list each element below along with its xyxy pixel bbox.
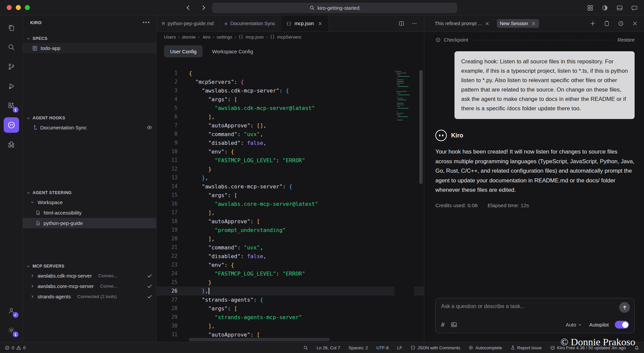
settings-gear-icon[interactable]: 1 [4, 322, 19, 338]
code-line-30[interactable]: 30 ], [157, 321, 424, 330]
section-specs[interactable]: SPECS [23, 34, 156, 43]
clipboard-icon[interactable] [602, 19, 611, 28]
attach-image-icon[interactable] [451, 321, 457, 328]
minimize-window-button[interactable] [16, 5, 21, 10]
mcp-server-item[interactable]: awslabs.cdk-mcp-serverConnec... [23, 271, 156, 281]
extensions-icon[interactable]: 1 [4, 98, 19, 113]
editor-more-icon[interactable] [411, 20, 418, 27]
code-line-9[interactable]: 9 "disabled": false, [157, 138, 424, 147]
breadcrumb-item[interactable]: settings [217, 35, 232, 40]
encoding[interactable]: UTF-8 [376, 345, 389, 350]
run-debug-icon[interactable] [4, 78, 19, 94]
cursor-position[interactable]: Ln 26, Col 7 [317, 345, 340, 350]
code-line-20[interactable]: 20 ], [157, 234, 424, 243]
editor-tab-Documentation Sync[interactable]: ≡Documentation Sync [219, 15, 281, 32]
breadcrumb-item[interactable]: .kiro [202, 35, 211, 40]
breadcrumb-item[interactable]: donnie [182, 35, 196, 40]
code-line-11[interactable]: 11 "FASTMCP_LOG_LEVEL": "ERROR" [157, 156, 424, 165]
code-line-12[interactable]: 12 } [157, 165, 424, 173]
restore-button[interactable]: Restore [618, 37, 635, 43]
workspace-search-bar[interactable]: kiro-getting-started [212, 3, 457, 13]
section-agent-steering[interactable]: AGENT STEERING [23, 188, 156, 197]
eol[interactable]: LF [397, 345, 402, 350]
chat-bubble-icon[interactable] [630, 3, 639, 12]
code-editor[interactable]: 1{2 "mcpServers": {3 "awslabs.cdk-mcp-se… [157, 61, 424, 342]
send-button[interactable] [619, 302, 630, 313]
code-line-3[interactable]: 3 "awslabs.cdk-mcp-server": { [157, 86, 424, 95]
close-window-button[interactable] [7, 5, 12, 10]
close-chat-tab-icon[interactable] [485, 21, 490, 26]
history-icon[interactable] [616, 19, 625, 28]
code-line-13[interactable]: 13 }, [157, 173, 424, 182]
code-line-7[interactable]: 7 "autoApprove": [], [157, 121, 424, 130]
autocomplete-status[interactable]: Autocomplete [469, 345, 502, 350]
section-agent-hooks[interactable]: AGENT HOOKS [23, 114, 156, 122]
close-tab-icon[interactable] [318, 21, 323, 26]
close-chat-panel-icon[interactable] [631, 19, 639, 28]
code-line-27[interactable]: 27 "strands-agents": { [157, 295, 424, 304]
maximize-window-button[interactable] [25, 5, 30, 10]
code-line-19[interactable]: 19 "prompt_understanding" [157, 226, 424, 234]
context-hash-icon[interactable]: # [441, 321, 445, 329]
steering-item[interactable]: html-accessibility [23, 208, 156, 218]
horizontal-scrollbar[interactable] [189, 338, 390, 341]
editor-tab-python-pep-guide.md[interactable]: Mpython-pep-guide.md [157, 15, 219, 32]
mcp-server-item[interactable]: awslabs.core-mcp-serverConne... [23, 281, 156, 291]
toggle-panel-icon[interactable] [615, 3, 624, 12]
new-chat-icon[interactable] [588, 19, 597, 28]
steering-item[interactable]: python-pep-guide [23, 218, 156, 228]
search-sidebar-icon[interactable] [4, 40, 19, 55]
language-mode[interactable]: {} JSON with Comments [411, 345, 460, 350]
indentation[interactable]: Spaces: 2 [348, 345, 368, 350]
code-line-6[interactable]: 6 ], [157, 112, 424, 121]
sb-zoom-icon[interactable] [303, 345, 308, 350]
code-line-21[interactable]: 21 "command": "uvx", [157, 243, 424, 252]
layout-grid-icon[interactable] [586, 3, 594, 12]
workspace-config-tab[interactable]: Workspace Config [206, 45, 259, 57]
code-line-17[interactable]: 17 ], [157, 208, 424, 217]
mcp-server-item[interactable]: strands-agentsConnected (2 tools) [23, 291, 156, 302]
code-line-25[interactable]: 25 } [157, 278, 424, 287]
code-line-24[interactable]: 24 "FASTMCP_LOG_LEVEL": "ERROR" [157, 269, 424, 278]
chat-tab-New Session[interactable]: New Session [497, 19, 539, 28]
close-chat-tab-icon[interactable] [531, 21, 536, 26]
breadcrumb[interactable]: Users›donnie›.kiro›settings›{}mcp.json›{… [157, 32, 424, 42]
autopilot-toggle[interactable] [615, 321, 629, 329]
chat-tab-This refined prompt ...[interactable]: This refined prompt ... [432, 19, 493, 28]
split-editor-icon[interactable] [398, 20, 405, 27]
sidebar-more-icon[interactable]: ••• [143, 19, 150, 25]
code-line-14[interactable]: 14 "awslabs.core-mcp-server": { [157, 182, 424, 191]
explorer-icon[interactable] [4, 20, 19, 36]
back-button[interactable] [184, 3, 193, 12]
spec-item-todo-app[interactable]: todo-app [23, 43, 156, 53]
vertical-scrollbar[interactable] [419, 61, 423, 342]
report-issue[interactable]: Report issue [511, 345, 542, 350]
steering-group-workspace[interactable]: Workspace [23, 197, 156, 208]
code-line-10[interactable]: 10 "env": { [157, 147, 424, 156]
forward-button[interactable] [199, 3, 208, 12]
minimap[interactable] [394, 61, 414, 342]
breadcrumb-item[interactable]: mcp.json [246, 35, 264, 40]
code-line-2[interactable]: 2 "mcpServers": { [157, 77, 424, 86]
source-control-icon[interactable] [4, 59, 19, 74]
code-line-23[interactable]: 23 "env": { [157, 260, 424, 269]
code-line-18[interactable]: 18 "autoApprove": [ [157, 217, 424, 226]
code-line-15[interactable]: 15 "args": [ [157, 191, 424, 199]
code-line-26[interactable]: 26 }, [157, 287, 424, 295]
code-line-4[interactable]: 4 "args": [ [157, 95, 424, 104]
code-line-28[interactable]: 28 "args": [ [157, 304, 424, 313]
breadcrumb-item[interactable]: mcpServers [277, 35, 301, 40]
section-mcp-servers[interactable]: MCP SERVERS [23, 262, 156, 271]
eye-icon[interactable] [147, 125, 152, 130]
accounts-icon[interactable]: ✓ [4, 303, 19, 318]
chat-input[interactable]: Ask a question or describe a task... [441, 303, 629, 311]
mode-select[interactable]: Auto [566, 322, 582, 328]
code-line-5[interactable]: 5 "awslabs.cdk-mcp-server@latest" [157, 104, 424, 112]
code-line-29[interactable]: 29 "strands-agents-mcp-server" [157, 313, 424, 321]
code-line-1[interactable]: 1{ [157, 69, 424, 77]
code-line-16[interactable]: 16 "awslabs.core-mcp-server@latest" [157, 199, 424, 208]
puzzle-extensions-icon[interactable] [4, 137, 19, 152]
code-line-8[interactable]: 8 "command": "uvx", [157, 130, 424, 138]
code-line-22[interactable]: 22 "disabled": false, [157, 252, 424, 260]
user-config-tab[interactable]: User Config [164, 45, 203, 57]
